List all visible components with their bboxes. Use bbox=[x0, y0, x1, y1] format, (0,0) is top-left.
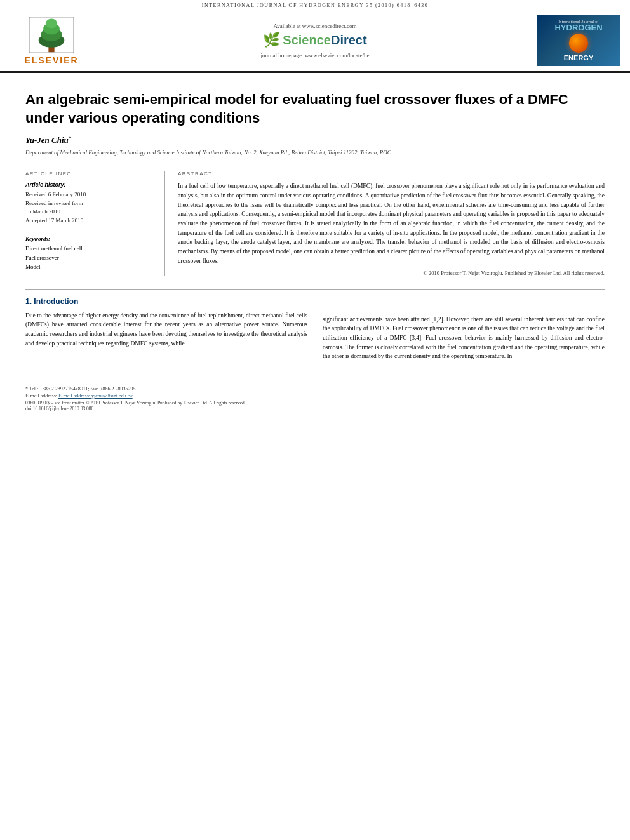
keyword-3: Model bbox=[25, 262, 156, 271]
received-2-text: Received in revised form bbox=[25, 199, 156, 208]
sd-leaves-icon: 🌿 bbox=[263, 32, 280, 48]
introduction-heading: 1. Introduction bbox=[25, 297, 307, 306]
main-content: An algebraic semi-empirical model for ev… bbox=[0, 73, 630, 369]
available-text: Available at www.sciencedirect.com bbox=[273, 23, 356, 29]
elsevier-brand-text: ELSEVIER bbox=[24, 55, 78, 65]
keywords-label: Keywords: bbox=[25, 236, 156, 242]
header-row: ELSEVIER Available at www.sciencedirect.… bbox=[0, 10, 630, 73]
page-footer: * Tel.: +886 2 28927154x8011; fax: +886 … bbox=[0, 382, 630, 415]
author-name-text: Yu-Jen Chiu bbox=[25, 136, 69, 145]
introduction-left-col: 1. Introduction Due to the advantage of … bbox=[25, 297, 307, 362]
hydrogen-logo-hydrogen-text: HYDROGEN bbox=[554, 23, 602, 32]
email-link[interactable]: E-mail address: yjchiu@tsint.edu.tw bbox=[58, 393, 133, 399]
author-sup: * bbox=[69, 135, 72, 141]
divider-2 bbox=[25, 230, 156, 230]
elsevier-logo: ELSEVIER bbox=[10, 16, 93, 65]
history-label: Article history: bbox=[25, 182, 156, 188]
introduction-right-col: significant achievements have been attai… bbox=[323, 297, 605, 362]
hydrogen-logo-energy-text: ENERGY bbox=[564, 55, 593, 62]
keyword-2: Fuel crossover bbox=[25, 253, 156, 262]
introduction-right-text: significant achievements have been attai… bbox=[323, 315, 605, 362]
footer-doi-text: doi:10.1016/j.ijhydene.2010.03.080 bbox=[25, 406, 605, 411]
introduction-left-text: Due to the advantage of higher energy de… bbox=[25, 311, 307, 349]
email-label: E-mail address: bbox=[25, 393, 58, 399]
section-num: 1. bbox=[25, 297, 32, 306]
elsevier-tree-icon bbox=[26, 16, 77, 54]
accepted-text: Accepted 17 March 2010 bbox=[25, 217, 156, 225]
received-2-date-text: 16 March 2010 bbox=[25, 208, 156, 217]
abstract-copyright-text: © 2010 Professor T. Nejat Veziroglu. Pub… bbox=[178, 270, 605, 276]
hydrogen-orb-icon bbox=[569, 34, 588, 53]
divider-1 bbox=[25, 164, 605, 164]
svg-point-4 bbox=[46, 19, 57, 29]
journal-title-text: INTERNATIONAL JOURNAL OF HYDROGEN ENERGY… bbox=[202, 3, 428, 8]
affiliation-text: Department of Mechanical Engineering, Te… bbox=[25, 149, 605, 157]
article-info-label: ARTICLE INFO bbox=[25, 171, 156, 177]
keyword-1: Direct methanol fuel cell bbox=[25, 244, 156, 253]
received-1-text: Received 6 February 2010 bbox=[25, 190, 156, 199]
hydrogen-energy-logo: International Journal of HYDROGEN ENERGY bbox=[537, 15, 620, 66]
footer-note-1: * Tel.: +886 2 28927154x8011; fax: +886 … bbox=[25, 386, 605, 392]
introduction-section: 1. Introduction Due to the advantage of … bbox=[25, 289, 605, 362]
abstract-col: ABSTRACT In a fuel cell of low temperatu… bbox=[178, 171, 605, 276]
section-title: Introduction bbox=[34, 297, 78, 306]
journal-header-bar: INTERNATIONAL JOURNAL OF HYDROGEN ENERGY… bbox=[0, 0, 630, 10]
sciencedirect-text: ScienceDirect bbox=[283, 33, 366, 48]
introduction-body: 1. Introduction Due to the advantage of … bbox=[25, 297, 605, 362]
center-header: Available at www.sciencedirect.com 🌿 Sci… bbox=[93, 23, 537, 58]
article-info-abstract-row: ARTICLE INFO Article history: Received 6… bbox=[25, 171, 605, 276]
author-name: Yu-Jen Chiu* bbox=[25, 135, 605, 145]
sciencedirect-logo: 🌿 ScienceDirect bbox=[263, 32, 366, 48]
abstract-label: ABSTRACT bbox=[178, 171, 605, 177]
abstract-text: In a fuel cell of low temperature, espec… bbox=[178, 182, 605, 265]
journal-homepage-text: journal homepage: www.elsevier.com/locat… bbox=[261, 52, 370, 58]
footer-note-2: E-mail address: E-mail address: yjchiu@t… bbox=[25, 393, 605, 399]
article-title: An algebraic semi-empirical model for ev… bbox=[25, 91, 605, 127]
article-info-col: ARTICLE INFO Article history: Received 6… bbox=[25, 171, 165, 276]
footer-copyright-text: 0360-3199/$ – see front matter © 2010 Pr… bbox=[25, 400, 605, 406]
